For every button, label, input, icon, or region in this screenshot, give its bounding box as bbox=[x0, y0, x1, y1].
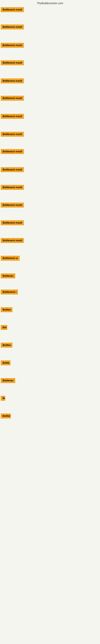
bottleneck-badge-22[interactable]: Bottlenec bbox=[1, 378, 15, 383]
bottleneck-item-6[interactable]: Bottleneck result bbox=[1, 96, 24, 102]
bottleneck-badge-2[interactable]: Bottleneck result bbox=[1, 24, 24, 30]
bottleneck-badge-20[interactable]: Bottlen bbox=[1, 343, 12, 348]
items-container: Bottleneck resultBottleneck resultBottle… bbox=[0, 7, 100, 611]
bottleneck-badge-14[interactable]: Bottleneck result bbox=[1, 238, 24, 243]
bottleneck-badge-4[interactable]: Bottleneck result bbox=[1, 60, 24, 65]
bottleneck-item-8[interactable]: Bottleneck result bbox=[1, 132, 24, 138]
bottleneck-item-23[interactable]: Bo bbox=[1, 396, 5, 402]
bottleneck-badge-24[interactable]: Bottler bbox=[1, 414, 11, 418]
bottleneck-badge-11[interactable]: Bottleneck result bbox=[1, 185, 24, 190]
bottleneck-badge-12[interactable]: Bottleneck result bbox=[1, 203, 24, 208]
bottleneck-badge-21[interactable]: Bottle bbox=[1, 360, 10, 365]
bottleneck-item-7[interactable]: Bottleneck result bbox=[1, 114, 24, 120]
bottleneck-badge-23[interactable]: Bo bbox=[1, 396, 5, 401]
bottleneck-item-2[interactable]: Bottleneck result bbox=[1, 24, 24, 30]
bottleneck-badge-19[interactable]: Bot bbox=[1, 325, 7, 330]
bottleneck-badge-15[interactable]: Bottleneck re bbox=[1, 256, 20, 260]
bottleneck-badge-7[interactable]: Bottleneck result bbox=[1, 114, 24, 119]
bottleneck-item-5[interactable]: Bottleneck result bbox=[1, 78, 24, 84]
bottleneck-badge-16[interactable]: Bottlenec bbox=[1, 274, 15, 278]
bottleneck-item-3[interactable]: Bottleneck result bbox=[1, 43, 24, 48]
bottleneck-item-21[interactable]: Bottle bbox=[1, 360, 10, 366]
bottleneck-item-17[interactable]: Bottleneck r bbox=[1, 290, 18, 295]
bottleneck-badge-3[interactable]: Bottleneck result bbox=[1, 43, 24, 48]
bottleneck-item-12[interactable]: Bottleneck result bbox=[1, 203, 24, 208]
bottleneck-badge-17[interactable]: Bottleneck r bbox=[1, 290, 18, 294]
bottleneck-item-16[interactable]: Bottlenec bbox=[1, 274, 15, 279]
bottleneck-item-18[interactable]: Bottlen bbox=[1, 307, 12, 313]
bottleneck-badge-13[interactable]: Bottleneck result bbox=[1, 220, 24, 225]
bottleneck-item-20[interactable]: Bottlen bbox=[1, 343, 12, 348]
bottleneck-badge-5[interactable]: Bottleneck result bbox=[1, 78, 24, 83]
bottleneck-badge-9[interactable]: Bottleneck result bbox=[1, 149, 24, 154]
bottleneck-item-11[interactable]: Bottleneck result bbox=[1, 185, 24, 190]
bottleneck-item-22[interactable]: Bottlenec bbox=[1, 378, 15, 384]
bottleneck-item-19[interactable]: Bot bbox=[1, 325, 7, 331]
bottleneck-item-24[interactable]: Bottler bbox=[1, 414, 11, 419]
bottleneck-item-1[interactable]: Bottleneck result bbox=[1, 7, 24, 13]
bottleneck-item-13[interactable]: Bottleneck result bbox=[1, 220, 24, 226]
site-title: TheBottlenecker.com bbox=[0, 0, 100, 7]
bottleneck-badge-10[interactable]: Bottleneck result bbox=[1, 167, 24, 172]
bottleneck-badge-1[interactable]: Bottleneck result bbox=[1, 7, 24, 12]
bottleneck-item-10[interactable]: Bottleneck result bbox=[1, 167, 24, 173]
bottleneck-item-14[interactable]: Bottleneck result bbox=[1, 238, 24, 244]
bottleneck-badge-18[interactable]: Bottlen bbox=[1, 307, 12, 312]
site-header: TheBottlenecker.com bbox=[0, 0, 100, 7]
bottleneck-badge-6[interactable]: Bottleneck result bbox=[1, 96, 24, 100]
bottleneck-item-15[interactable]: Bottleneck re bbox=[1, 256, 20, 262]
bottleneck-badge-8[interactable]: Bottleneck result bbox=[1, 132, 24, 137]
bottleneck-item-4[interactable]: Bottleneck result bbox=[1, 60, 24, 66]
bottleneck-item-9[interactable]: Bottleneck result bbox=[1, 149, 24, 155]
